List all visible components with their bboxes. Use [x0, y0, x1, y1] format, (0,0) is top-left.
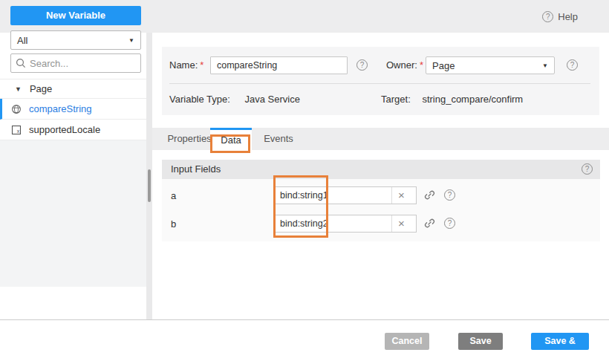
input-fields-title: Input Fields — [171, 160, 221, 179]
tree-item-label: supportedLocale — [29, 124, 100, 135]
sidebar-empty-area — [0, 140, 146, 287]
sidebar-scrollbar-thumb[interactable] — [148, 169, 151, 202]
owner-label: Owner:* — [386, 56, 423, 74]
chevron-down-icon: ▼ — [128, 37, 134, 44]
tree-item-label: compareString — [29, 103, 92, 114]
search-input[interactable] — [30, 58, 126, 69]
target-label: Target: — [381, 94, 411, 105]
tree-item-comparestring[interactable]: compareString — [0, 99, 146, 120]
save-and-close-button[interactable]: Save & Close — [531, 333, 589, 350]
input-fields-panel: Input Fields ? a × ? b × ? — [162, 160, 600, 241]
search-icon — [16, 58, 26, 68]
bind-input-b[interactable] — [274, 218, 391, 229]
tree-item-supportedlocale[interactable]: x supportedLocale — [0, 120, 146, 140]
required-asterisk: * — [200, 59, 203, 71]
variable-form-panel: Name:* ? Owner:* Page ▼ ? Variable Type:… — [162, 47, 599, 115]
target-row: Target: string_compare/confirm — [381, 90, 523, 109]
variable-box-icon: x — [11, 125, 22, 135]
bind-input-a[interactable] — [274, 190, 391, 201]
variable-type-label: Variable Type: — [169, 94, 230, 105]
chevron-down-icon: ▼ — [542, 62, 548, 69]
field-name-b: b — [171, 215, 176, 233]
input-fields-help-icon[interactable]: ? — [582, 163, 593, 175]
tab-bar: Properties Data Events — [152, 128, 609, 150]
clear-icon[interactable]: × — [391, 187, 411, 204]
owner-select[interactable]: Page ▼ — [426, 56, 555, 74]
tree-group-page[interactable]: ▼ Page — [0, 79, 146, 99]
cancel-button[interactable]: Cancel — [385, 333, 429, 350]
save-button[interactable]: Save — [458, 333, 503, 350]
globe-service-icon — [11, 104, 22, 114]
help-label: Help — [558, 11, 578, 22]
new-variable-button[interactable]: New Variable — [10, 6, 141, 25]
name-label: Name:* — [169, 56, 203, 74]
variable-filter-select[interactable]: All ▼ — [10, 30, 141, 50]
caret-down-icon: ▼ — [15, 85, 22, 93]
name-help-icon[interactable]: ? — [356, 59, 368, 71]
tree-group-label: Page — [30, 83, 52, 94]
help-icon: ? — [542, 11, 553, 22]
variable-type-row: Variable Type: Java Service — [169, 90, 300, 109]
input-fields-header: Input Fields ? — [162, 160, 600, 179]
footer-divider — [0, 319, 609, 320]
target-value: string_compare/confirm — [422, 94, 523, 105]
filter-selected-value: All — [17, 35, 27, 46]
search-box[interactable] — [10, 53, 141, 73]
link-binding-icon[interactable] — [423, 189, 437, 202]
field-a-help-icon[interactable]: ? — [444, 189, 455, 201]
link-binding-icon[interactable] — [423, 217, 437, 230]
bind-field-b[interactable]: × — [273, 215, 417, 233]
tab-properties[interactable]: Properties — [164, 128, 215, 150]
tab-events[interactable]: Events — [259, 128, 298, 150]
tab-data[interactable]: Data — [210, 128, 252, 150]
variable-type-value: Java Service — [245, 94, 300, 105]
owner-selected-value: Page — [432, 60, 455, 71]
help-button[interactable]: ? Help — [542, 0, 578, 33]
svg-text:x: x — [17, 129, 20, 134]
owner-help-icon[interactable]: ? — [567, 59, 578, 71]
required-asterisk: * — [420, 59, 423, 71]
clear-icon[interactable]: × — [391, 215, 411, 232]
form-divider — [169, 83, 590, 84]
field-b-help-icon[interactable]: ? — [444, 218, 455, 229]
name-input[interactable] — [210, 56, 348, 74]
field-name-a: a — [171, 187, 176, 205]
variables-tree: ▼ Page compareString x supportedLocale — [0, 79, 146, 140]
bind-field-a[interactable]: × — [273, 186, 417, 204]
